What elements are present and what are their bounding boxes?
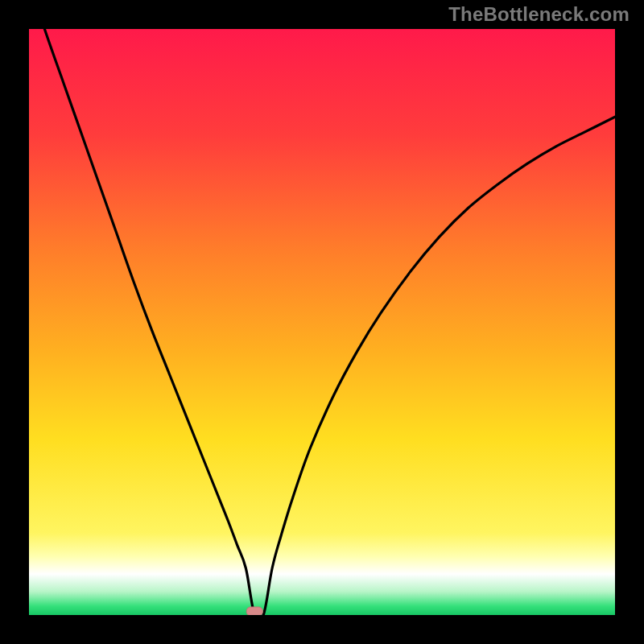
chart-svg <box>29 29 615 615</box>
chart-frame: TheBottleneck.com <box>0 0 644 644</box>
chart-background <box>29 29 615 615</box>
plot-area <box>29 29 615 615</box>
minimum-marker <box>246 607 262 615</box>
watermark-text: TheBottleneck.com <box>448 3 630 26</box>
